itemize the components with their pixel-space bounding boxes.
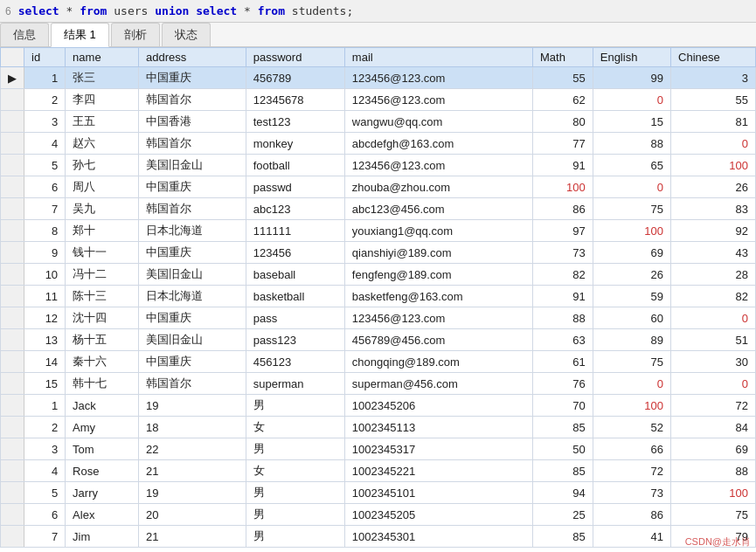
row-indicator bbox=[1, 133, 24, 155]
cell-password: 男 bbox=[246, 504, 344, 526]
table-row[interactable]: 9钱十一中国重庆123456qianshiyi@189.com736943 bbox=[1, 242, 756, 264]
cell-id: 6 bbox=[24, 504, 66, 526]
cell-mail: 1002345101 bbox=[344, 482, 532, 504]
tab-剖析[interactable]: 剖析 bbox=[111, 23, 160, 46]
table-row[interactable]: 6周八中国重庆passwdzhouba@zhou.com100026 bbox=[1, 176, 756, 198]
cell-password: test123 bbox=[246, 111, 344, 133]
tab-状态[interactable]: 状态 bbox=[162, 23, 211, 46]
cell-address: 美国旧金山 bbox=[138, 264, 246, 286]
row-indicator bbox=[1, 264, 24, 286]
table-row[interactable]: ▶1张三中国重庆456789123456@123.com55993 bbox=[1, 67, 756, 89]
cell-mail: 123456@123.com bbox=[344, 307, 532, 329]
cell-Chinese: 72 bbox=[671, 395, 756, 417]
table-row[interactable]: 12沈十四中国重庆pass123456@123.com88600 bbox=[1, 307, 756, 329]
row-indicator bbox=[1, 504, 24, 526]
cell-password: 456123 bbox=[246, 351, 344, 373]
table-row[interactable]: 5Jarry19男10023451019473100 bbox=[1, 482, 756, 504]
row-indicator bbox=[1, 395, 24, 417]
cell-mail: 123456@123.com bbox=[344, 89, 532, 111]
cell-id: 4 bbox=[24, 460, 66, 482]
cell-English: 66 bbox=[593, 438, 670, 460]
table-row[interactable]: 2李四韩国首尔12345678123456@123.com62055 bbox=[1, 89, 756, 111]
table-row[interactable]: 7吴九韩国首尔abc123abc123@456.com867583 bbox=[1, 198, 756, 220]
table-row[interactable]: 4赵六韩国首尔monkeyabcdefgh@163.com77880 bbox=[1, 133, 756, 155]
cell-address: 21 bbox=[138, 460, 246, 482]
cell-id: 9 bbox=[24, 242, 66, 264]
table-row[interactable]: 10冯十二美国旧金山baseballfengfeng@189.com822628 bbox=[1, 264, 756, 286]
cell-English: 52 bbox=[593, 417, 670, 438]
cell-password: 12345678 bbox=[246, 89, 344, 111]
cell-name: Jarry bbox=[66, 482, 139, 504]
watermark: CSDN@走水肖 bbox=[685, 535, 751, 549]
table-row[interactable]: 3王五中国香港test123wangwu@qq.com801581 bbox=[1, 111, 756, 133]
col-header-name: name bbox=[66, 48, 139, 67]
row-indicator bbox=[1, 526, 24, 548]
table-row[interactable]: 2Amy18女1002345113855284 bbox=[1, 417, 756, 438]
cell-Chinese: 28 bbox=[671, 264, 756, 286]
row-indicator: ▶ bbox=[1, 67, 24, 89]
cell-English: 99 bbox=[593, 67, 670, 89]
table-row[interactable]: 11陈十三日本北海道basketballbasketfeng@163.com91… bbox=[1, 286, 756, 307]
row-indicator bbox=[1, 242, 24, 264]
cell-English: 60 bbox=[593, 307, 670, 329]
cell-name: Tom bbox=[66, 438, 139, 460]
table-row[interactable]: 8郑十日本北海道111111youxiang1@qq.com9710092 bbox=[1, 220, 756, 242]
cell-id: 12 bbox=[24, 307, 66, 329]
table-row[interactable]: 7Jim21男1002345301854179 bbox=[1, 526, 756, 548]
result-table-container[interactable]: idnameaddresspasswordmailMathEnglishChin… bbox=[0, 47, 756, 552]
cell-name: 韩十七 bbox=[66, 373, 139, 395]
cell-id: 14 bbox=[24, 351, 66, 373]
cell-id: 5 bbox=[24, 482, 66, 504]
table-row[interactable]: 1Jack19男10023452067010072 bbox=[1, 395, 756, 417]
cell-Math: 85 bbox=[533, 417, 593, 438]
tab-信息[interactable]: 信息 bbox=[0, 23, 49, 46]
cell-mail: 1002345113 bbox=[344, 417, 532, 438]
cell-id: 7 bbox=[24, 198, 66, 220]
cell-address: 美国旧金山 bbox=[138, 329, 246, 351]
row-indicator bbox=[1, 89, 24, 111]
table-row[interactable]: 3Tom22男1002345317506669 bbox=[1, 438, 756, 460]
cell-Chinese: 30 bbox=[671, 351, 756, 373]
row-indicator bbox=[1, 329, 24, 351]
cell-Math: 91 bbox=[533, 155, 593, 176]
cell-mail: basketfeng@163.com bbox=[344, 286, 532, 307]
cell-id: 2 bbox=[24, 417, 66, 438]
table-row[interactable]: 15韩十七韩国首尔supermansuperman@456.com7600 bbox=[1, 373, 756, 395]
cell-English: 88 bbox=[593, 133, 670, 155]
cell-English: 65 bbox=[593, 155, 670, 176]
cell-mail: fengfeng@189.com bbox=[344, 264, 532, 286]
table-row[interactable]: 14秦十六中国重庆456123chongqing@189.com617530 bbox=[1, 351, 756, 373]
cell-password: 女 bbox=[246, 460, 344, 482]
cell-name: 杨十五 bbox=[66, 329, 139, 351]
cell-name: 陈十三 bbox=[66, 286, 139, 307]
cell-Math: 85 bbox=[533, 460, 593, 482]
cell-Chinese: 26 bbox=[671, 176, 756, 198]
cell-mail: qianshiyi@189.com bbox=[344, 242, 532, 264]
cell-address: 19 bbox=[138, 395, 246, 417]
table-row[interactable]: 13杨十五美国旧金山pass123456789@456.com638951 bbox=[1, 329, 756, 351]
cell-Chinese: 88 bbox=[671, 460, 756, 482]
col-header-English: English bbox=[593, 48, 670, 67]
cell-name: 秦十六 bbox=[66, 351, 139, 373]
cell-address: 美国旧金山 bbox=[138, 155, 246, 176]
table-row[interactable]: 5孙七美国旧金山football123456@123.com9165100 bbox=[1, 155, 756, 176]
cell-address: 日本北海道 bbox=[138, 286, 246, 307]
cell-Math: 62 bbox=[533, 89, 593, 111]
cell-id: 8 bbox=[24, 220, 66, 242]
col-header-id: id bbox=[24, 48, 66, 67]
cell-Math: 77 bbox=[533, 133, 593, 155]
cell-Chinese: 83 bbox=[671, 198, 756, 220]
cell-Math: 61 bbox=[533, 351, 593, 373]
cell-address: 韩国首尔 bbox=[138, 373, 246, 395]
table-row[interactable]: 6Alex20男1002345205258675 bbox=[1, 504, 756, 526]
cell-name: 吴九 bbox=[66, 198, 139, 220]
table-row[interactable]: 4Rose21女1002345221857288 bbox=[1, 460, 756, 482]
cell-password: abc123 bbox=[246, 198, 344, 220]
cell-mail: 123456@123.com bbox=[344, 155, 532, 176]
cell-Math: 73 bbox=[533, 242, 593, 264]
tab-结果 1[interactable]: 结果 1 bbox=[51, 23, 109, 47]
cell-id: 3 bbox=[24, 111, 66, 133]
cell-name: Amy bbox=[66, 417, 139, 438]
cell-address: 中国重庆 bbox=[138, 67, 246, 89]
cell-password: superman bbox=[246, 373, 344, 395]
